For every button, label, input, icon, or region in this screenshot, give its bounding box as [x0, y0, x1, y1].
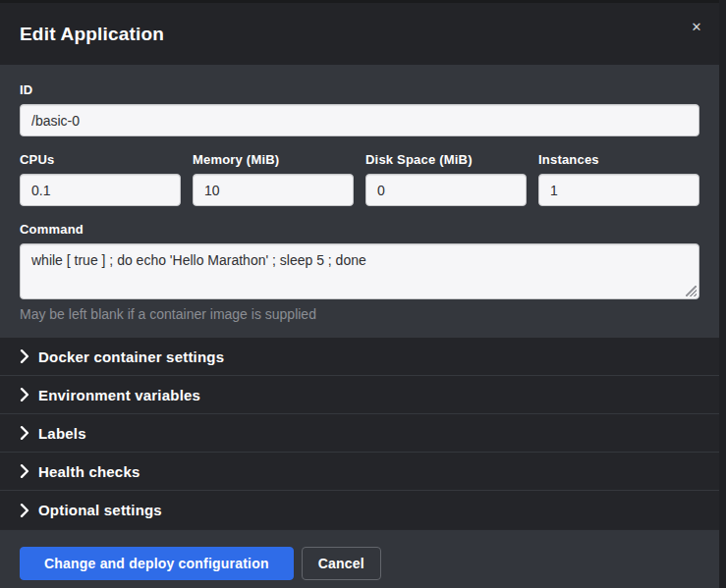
accordion-sections: Docker container settings Environment va… — [0, 338, 719, 529]
section-health-checks[interactable]: Health checks — [0, 453, 719, 491]
change-and-deploy-button[interactable]: Change and deploy configuration — [20, 547, 294, 580]
section-docker-container-settings[interactable]: Docker container settings — [0, 338, 719, 376]
section-label: Labels — [38, 425, 86, 442]
memory-label: Memory (MiB) — [193, 152, 354, 167]
instances-label: Instances — [538, 152, 699, 167]
id-input[interactable] — [20, 104, 699, 136]
section-labels[interactable]: Labels — [0, 414, 719, 453]
chevron-right-icon — [20, 388, 29, 401]
resources-row: CPUs Memory (MiB) Disk Space (MiB) Insta… — [20, 152, 699, 206]
instances-field-group: Instances — [538, 152, 699, 206]
chevron-right-icon — [20, 464, 29, 478]
command-field-group: Command while [ true ] ; do echo 'Hello … — [20, 222, 699, 322]
disk-label: Disk Space (MiB) — [365, 152, 527, 167]
modal-header: Edit Application ✕ — [0, 3, 719, 65]
modal-title: Edit Application — [20, 24, 164, 45]
chevron-right-icon — [20, 349, 29, 363]
command-help-text: May be left blank if a container image i… — [20, 306, 699, 322]
section-environment-variables[interactable]: Environment variables — [0, 376, 719, 414]
section-label: Environment variables — [38, 387, 200, 403]
modal-footer: Change and deploy configuration Cancel — [0, 529, 719, 588]
cpus-label: CPUs — [20, 152, 181, 167]
chevron-right-icon — [20, 504, 29, 517]
section-label: Health checks — [38, 463, 140, 480]
instances-input[interactable] — [538, 174, 699, 206]
page-backdrop-edge — [719, 0, 726, 588]
edit-application-modal: Edit Application ✕ ID CPUs Memory (MiB) … — [0, 3, 719, 588]
command-label: Command — [20, 222, 699, 237]
cpus-input[interactable] — [20, 174, 181, 206]
cpus-field-group: CPUs — [20, 152, 181, 206]
section-label: Docker container settings — [38, 348, 224, 365]
memory-input[interactable] — [193, 174, 354, 206]
disk-field-group: Disk Space (MiB) — [365, 152, 527, 206]
id-field-group: ID — [20, 82, 699, 136]
chevron-right-icon — [20, 426, 29, 440]
application-form: ID CPUs Memory (MiB) Disk Space (MiB) In… — [0, 65, 719, 338]
id-label: ID — [20, 82, 699, 97]
memory-field-group: Memory (MiB) — [193, 152, 354, 206]
disk-input[interactable] — [365, 174, 527, 206]
cancel-button[interactable]: Cancel — [302, 547, 381, 580]
command-textarea[interactable]: while [ true ] ; do echo 'Hello Marathon… — [20, 243, 699, 299]
section-label: Optional settings — [38, 502, 162, 518]
section-optional-settings[interactable]: Optional settings — [0, 491, 719, 529]
close-icon[interactable]: ✕ — [686, 17, 707, 38]
